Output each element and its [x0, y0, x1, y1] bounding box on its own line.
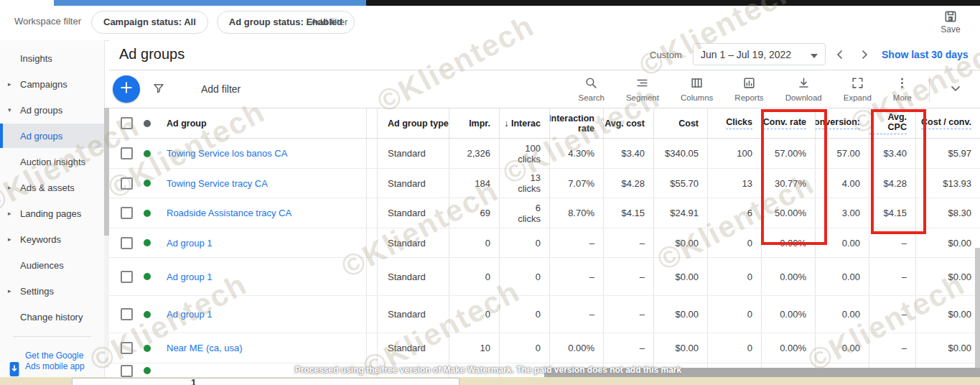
header-status-cell	[144, 108, 167, 138]
row-checkbox[interactable]	[121, 207, 133, 219]
row-cell-impr: 0	[449, 296, 499, 333]
content-vertical-scrollbar[interactable]	[104, 108, 109, 368]
sidebar-item-auction-insights[interactable]: Auction insights	[0, 149, 104, 174]
select-all-checkbox[interactable]	[121, 117, 133, 129]
collapse-chevron-down-icon[interactable]	[948, 81, 963, 98]
sidebar-item-keywords[interactable]: ▸Keywords	[0, 227, 104, 251]
top-filter-bar: Workspace filter Campaign status: AllAd …	[0, 6, 980, 41]
next-period-button[interactable]	[857, 47, 872, 65]
row-checkbox[interactable]	[121, 365, 133, 377]
column-header-label: Clicks	[726, 117, 752, 129]
row-cell-type: Standard	[377, 139, 449, 168]
row-cell-conv-rate: 57.00%	[761, 139, 815, 168]
sidebar-item-audiences[interactable]: Audiences	[0, 253, 104, 277]
row-checkbox[interactable]	[121, 342, 133, 354]
sidebar-item-campaigns[interactable]: ▸Campaigns	[0, 72, 104, 96]
date-range-selector[interactable]: Jun 1 – Jul 19, 2022	[693, 43, 826, 65]
toolbar-action-label: Expand	[844, 93, 872, 102]
row-cell-conv-rate: 30.77%	[761, 169, 815, 198]
chevron-right-icon: ▸	[8, 287, 11, 294]
row-cell-clicks: 6	[707, 198, 761, 228]
show-last-30-days-link[interactable]: Show last 30 days	[882, 49, 969, 60]
sidebar-item-landing-pages[interactable]: ▸Landing pages	[0, 201, 104, 226]
add-filter-button[interactable]: Add filter	[201, 83, 241, 95]
search-icon	[584, 76, 598, 91]
table-row: Near ME (ca, usa)Standard1000.00%–$0.000…	[109, 333, 980, 363]
row-checkbox[interactable]	[121, 271, 133, 283]
sidebar-item-ad-groups[interactable]: ▾Ad groups	[0, 98, 104, 122]
row-status-cell	[144, 296, 167, 333]
filter-icon[interactable]	[152, 82, 165, 98]
row-checkbox[interactable]	[121, 177, 133, 190]
sidebar-item-ad-groups[interactable]: Ad groups	[0, 124, 104, 148]
column-header-gap	[366, 108, 377, 138]
row-cell-conv-rate: 50.00%	[761, 198, 815, 228]
save-button[interactable]: Save	[934, 8, 967, 34]
mobile-phone-icon	[9, 351, 20, 380]
sidebar-item-ads-assets[interactable]: ▸Ads & assets	[0, 175, 104, 200]
row-cell-clicks: 13	[707, 169, 761, 198]
row-cell-conversions: 4.00	[815, 169, 869, 198]
column-header-impr[interactable]: Impr.	[449, 108, 499, 138]
row-status-cell	[144, 258, 167, 295]
status-enabled-dot	[144, 273, 151, 280]
ad-group-link[interactable]: Towing Service tracy CA	[167, 178, 268, 189]
previous-period-button[interactable]	[833, 47, 847, 65]
ad-group-link[interactable]: Ad group 1	[167, 272, 213, 282]
column-header-conv-rate[interactable]: Conv. rate	[761, 108, 815, 138]
get-mobile-app-link[interactable]: Get the Google Ads mobile app	[9, 351, 85, 380]
workspace-filter-label: Workspace filter	[14, 16, 81, 27]
topbar-add-filter-button[interactable]: Add filter	[311, 17, 347, 27]
columns-button[interactable]: Columns	[681, 76, 713, 102]
row-cell-avg-cost: $3.40	[603, 139, 653, 168]
row-cell-interactions: 100 clicks	[499, 139, 549, 168]
page-number: 1	[191, 377, 196, 385]
row-checkbox[interactable]	[121, 308, 133, 320]
column-header-interaction-rate[interactable]: Interaction rate	[549, 108, 603, 138]
row-cell-type: Standard	[377, 296, 449, 333]
sidebar-item-settings[interactable]: ▸Settings	[0, 279, 104, 303]
row-checkbox[interactable]	[121, 237, 133, 249]
column-header-avg-cpc[interactable]: Avg. CPC	[869, 108, 915, 138]
ad-group-link[interactable]: Near ME (ca, usa)	[167, 343, 242, 353]
column-header-conversions[interactable]: Conversion:	[815, 108, 869, 138]
filter-pill-campaign-status[interactable]: Campaign status: All	[91, 11, 208, 34]
more-button[interactable]: More	[893, 76, 912, 102]
google-ads-ad-groups-page: Workspace filter Campaign status: AllAd …	[0, 0, 980, 385]
column-header-avg-cost[interactable]: Avg. cost	[603, 108, 653, 138]
row-cell-conversions: 3.00	[815, 198, 869, 228]
download-button[interactable]: Download	[785, 76, 822, 102]
column-header-cost-conv[interactable]: Cost / conv.	[915, 108, 980, 138]
expand-button[interactable]: Expand	[844, 76, 872, 102]
column-header-label: Avg. CPC	[869, 112, 907, 134]
toolbar-action-label: Reports	[734, 93, 763, 102]
right-vertical-scrollbar-thumb[interactable]	[975, 248, 980, 368]
sidebar-item-insights[interactable]: Insights	[0, 46, 104, 70]
ad-group-link[interactable]: Towing Service los banos CA	[167, 148, 287, 159]
ad-group-link[interactable]: Ad group 1	[167, 309, 213, 320]
browser-strip	[0, 0, 980, 6]
row-checkbox-cell	[109, 139, 144, 168]
add-ad-group-button[interactable]	[113, 75, 140, 103]
column-header-interactions[interactable]: ↓ Interac	[499, 108, 549, 138]
horizontal-scrollbar-thumb[interactable]	[544, 368, 980, 377]
row-checkbox[interactable]	[121, 147, 133, 159]
column-header-ad-group[interactable]: Ad group	[167, 108, 366, 138]
search-button[interactable]: Search	[578, 76, 604, 102]
reports-button[interactable]: Reports	[734, 76, 763, 102]
ad-group-link[interactable]: Ad group 1	[167, 238, 213, 249]
sidebar-item-change-history[interactable]: Change history	[0, 305, 104, 329]
row-cell-impr: 0	[449, 258, 499, 295]
sidebar-item-label: Landing pages	[20, 208, 81, 219]
column-header-type[interactable]: Ad group type	[377, 108, 449, 138]
segment-button[interactable]: Segment	[626, 76, 659, 102]
column-header-clicks[interactable]: Clicks	[707, 108, 761, 138]
ad-group-link[interactable]: Roadside Assistance tracy CA	[167, 208, 291, 218]
row-cell-cost: $340.05	[653, 139, 707, 168]
column-header-cost[interactable]: Cost	[653, 108, 707, 138]
status-enabled-dot	[144, 345, 151, 352]
toolbar-action-label: Segment	[626, 93, 659, 102]
scrollbar-thumb[interactable]	[104, 108, 109, 236]
row-name-cell: Towing Service tracy CA	[167, 169, 366, 198]
download-icon	[797, 76, 811, 91]
